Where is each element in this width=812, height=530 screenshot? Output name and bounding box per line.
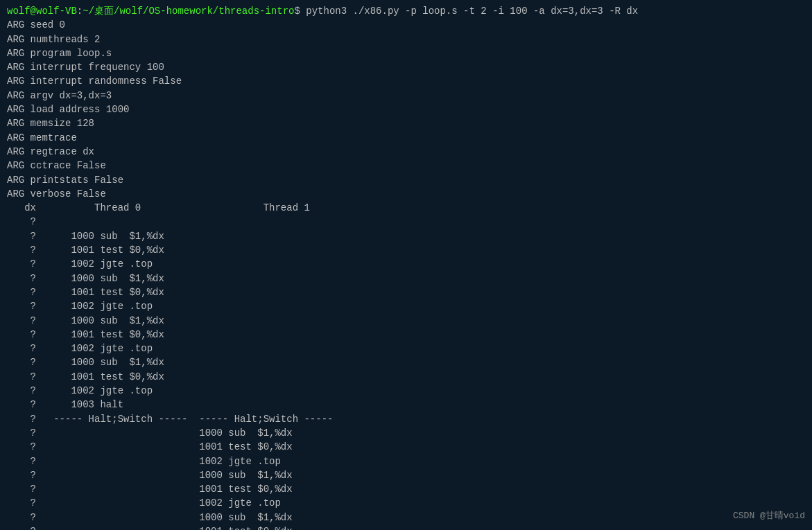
arg-line-4: ARG interrupt frequency 100 [7, 60, 805, 74]
arg-line-9: ARG memtrace [7, 131, 805, 145]
arg-line-2: ARG numthreads 2 [7, 33, 805, 46]
arg-line-6: ARG argv dx=3,dx=3 [7, 89, 805, 103]
arg-line-8: ARG memsize 128 [7, 116, 805, 130]
arg-line-5: ARG interrupt randomness False [7, 74, 805, 88]
row-22: ? 1001 test $0,%dx [7, 524, 805, 530]
thread-header: dx Thread 0 Thread 1 [7, 201, 805, 215]
row-18: ? 1000 sub $1,%dx [7, 468, 805, 482]
arg-line-3: ARG program loop.s [7, 46, 805, 60]
row-8: ? 1001 test $0,%dx [7, 328, 805, 342]
row-0: ? [7, 215, 805, 229]
row-5: ? 1001 test $0,%dx [7, 285, 805, 299]
arg-line-1: ARG seed 0 [7, 18, 805, 32]
prompt-line-1: wolf@wolf-VB:~/桌面/wolf/OS-homework/threa… [7, 4, 805, 18]
row-19: ? 1001 test $0,%dx [7, 482, 805, 496]
arg-line-7: ARG load address 1000 [7, 103, 805, 116]
arg-line-10: ARG regtrace dx [7, 145, 805, 159]
row-17: ? 1002 jgte .top [7, 454, 805, 468]
prompt-user: wolf@wolf-VB [7, 6, 77, 17]
row-1: ? 1000 sub $1,%dx [7, 229, 805, 243]
row-21: ? 1000 sub $1,%dx [7, 511, 805, 524]
row-2: ? 1001 test $0,%dx [7, 243, 805, 257]
prompt-path: ~/桌面/wolf/OS-homework/threads-intro [83, 6, 294, 17]
row-7: ? 1000 sub $1,%dx [7, 314, 805, 328]
prompt-dollar: $ python3 ./x86.py -p loop.s -t 2 -i 100… [294, 6, 638, 17]
row-3: ? 1002 jgte .top [7, 257, 805, 271]
row-6: ? 1002 jgte .top [7, 299, 805, 313]
row-13: ? 1003 halt [7, 398, 805, 412]
prompt-colon: : [77, 6, 83, 17]
row-16: ? 1001 test $0,%dx [7, 440, 805, 454]
row-15: ? 1000 sub $1,%dx [7, 426, 805, 440]
arg-line-12: ARG printstats False [7, 173, 805, 187]
row-9: ? 1002 jgte .top [7, 342, 805, 355]
watermark: CSDN @甘晴void [733, 510, 805, 523]
arg-line-13: ARG verbose False [7, 187, 805, 201]
row-10: ? 1000 sub $1,%dx [7, 355, 805, 369]
row-12: ? 1002 jgte .top [7, 384, 805, 398]
row-11: ? 1001 test $0,%dx [7, 370, 805, 384]
row-20: ? 1002 jgte .top [7, 496, 805, 510]
row-14: ? ----- Halt;Switch ----- ----- Halt;Swi… [7, 412, 805, 426]
arg-line-11: ARG cctrace False [7, 159, 805, 173]
row-4: ? 1000 sub $1,%dx [7, 272, 805, 285]
terminal-window: wolf@wolf-VB:~/桌面/wolf/OS-homework/threa… [0, 0, 812, 530]
